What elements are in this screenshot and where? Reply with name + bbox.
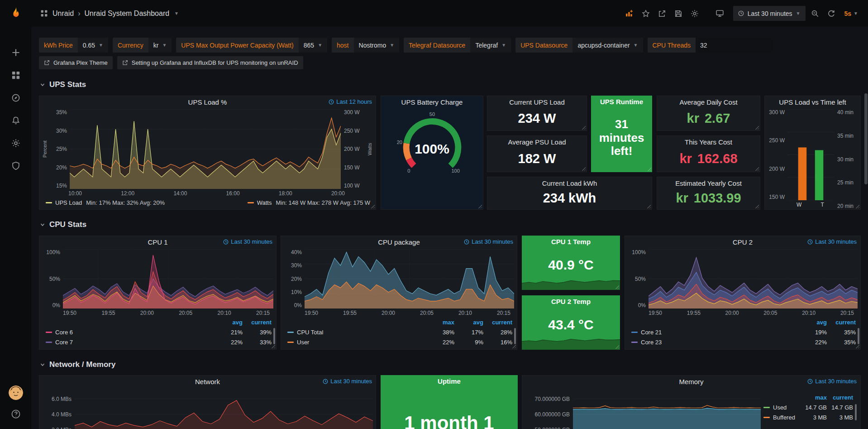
panel-title[interactable]: CPU 1 Temp [522, 236, 620, 247]
variable-value[interactable]: Telegraf▼ [470, 38, 511, 53]
time-series-plot[interactable] [70, 109, 341, 189]
legend-cell: 19% [798, 329, 827, 336]
star-button[interactable] [639, 7, 653, 20]
legend-scrollbar[interactable] [514, 328, 516, 344]
page-scrollbar[interactable] [864, 93, 868, 184]
panel-title[interactable]: UPS Runtime [591, 96, 652, 107]
explore-compass-icon[interactable] [10, 92, 22, 104]
legend-header-row: maxavgcurrent [287, 317, 512, 327]
panel-title[interactable]: Current UPS Load [487, 96, 587, 108]
apps-grid-icon[interactable] [39, 9, 48, 18]
legend-cell: 33% [243, 339, 272, 346]
panel-title[interactable]: Memory Last 30 minutes [522, 376, 860, 387]
legend-series-name[interactable]: Core 6 [46, 329, 214, 336]
dashboard-link[interactable]: Grafana Plex Theme [39, 56, 113, 69]
legend-cell: 35% [827, 329, 856, 336]
panel-title[interactable]: Average Daily Cost [657, 96, 760, 108]
panel-time-range[interactable]: Last 30 minutes [464, 238, 513, 245]
time-series-plot[interactable] [573, 389, 761, 429]
legend-cell[interactable]: max [801, 394, 827, 401]
panel-title[interactable]: UPS Load vs Time left [765, 96, 860, 108]
panel-time-range[interactable]: Last 30 minutes [807, 378, 857, 385]
panel-time-range[interactable]: Last 30 minutes [223, 238, 272, 245]
panel-title[interactable]: CPU 2 Temp [522, 295, 620, 307]
stat-value: 182 W [487, 148, 587, 172]
panel-title[interactable]: Current Load kWh [487, 177, 652, 189]
legend-cell[interactable]: avg [454, 319, 483, 326]
panel-title[interactable]: UPS Battery Charge [381, 96, 483, 108]
bar-plot[interactable] [787, 109, 834, 200]
legend-item[interactable]: UPS LoadMin: 17% Max: 32% Avg: 20% [46, 199, 165, 206]
legend-series-name[interactable]: Buffered [763, 414, 801, 421]
legend-cell[interactable]: current [827, 394, 853, 401]
cycle-view-mode-button[interactable] [713, 7, 727, 20]
grafana-logo[interactable] [0, 0, 31, 27]
panel-uptime: Uptime 1 month 1 [381, 375, 518, 429]
legend-series-name[interactable]: Watts [257, 199, 272, 206]
create-icon[interactable] [10, 47, 22, 58]
breadcrumb-section[interactable]: Unraid [52, 10, 74, 18]
dashboards-icon[interactable] [10, 69, 22, 81]
section-ups-stats[interactable]: UPS Stats [40, 80, 86, 89]
legend-cell[interactable]: current [483, 319, 512, 326]
breadcrumb-dashboard-title[interactable]: Unraid System Dashboard [84, 10, 169, 18]
refresh-button[interactable] [825, 7, 838, 20]
legend-scrollbar[interactable] [273, 328, 275, 344]
legend-scrollbar[interactable] [855, 404, 857, 420]
refresh-interval-picker[interactable]: 5s ▼ [841, 6, 862, 21]
user-avatar[interactable] [9, 386, 23, 400]
variable-value[interactable]: 0.65▼ [78, 38, 108, 53]
zoom-out-button[interactable] [808, 7, 822, 20]
legend-series-name[interactable]: User [287, 339, 425, 346]
dashboard-link[interactable]: Setting up Grafana and InfluxDB for UPS … [117, 56, 303, 69]
panel-title[interactable]: Average PSU Load [487, 136, 587, 148]
variable-value[interactable]: apcupsd-container▼ [572, 38, 643, 53]
legend-scrollbar[interactable] [858, 328, 859, 344]
alerting-bell-icon[interactable] [10, 115, 22, 126]
section-cpu-stats[interactable]: CPU Stats [40, 220, 86, 229]
panel-title[interactable]: CPU 1 Last 30 minutes [39, 236, 276, 248]
legend-series-name[interactable]: CPU Total [287, 329, 425, 336]
legend-cell[interactable]: avg [214, 319, 243, 326]
save-button[interactable] [672, 7, 685, 20]
time-series-plot[interactable] [305, 249, 514, 308]
panel-title[interactable]: This Years Cost [657, 136, 760, 148]
panel-time-range[interactable]: Last 12 hours [329, 98, 372, 105]
time-range-picker[interactable]: Last 30 minutes ▼ [733, 6, 806, 21]
panel-title[interactable]: Uptime [381, 375, 518, 387]
chart-area: 6.0 MBs 4.0 MBs 2.0 MBs [39, 387, 376, 429]
legend-cell[interactable]: current [243, 319, 272, 326]
help-icon[interactable] [10, 408, 22, 420]
server-admin-shield-icon[interactable] [10, 160, 22, 172]
breadcrumb-separator: › [78, 10, 80, 18]
configuration-gear-icon[interactable] [10, 137, 22, 149]
variable-value[interactable]: kr▼ [148, 38, 172, 53]
legend-series-name[interactable]: Core 23 [631, 339, 798, 346]
panel-title[interactable]: UPS Load % Last 12 hours [39, 96, 376, 108]
time-series-plot[interactable] [649, 249, 858, 308]
legend-series-name[interactable]: Used [763, 404, 801, 411]
variable-value[interactable]: Nostromo▼ [354, 38, 400, 53]
cpu-threads-input[interactable]: 32 [696, 38, 773, 53]
legend-cell[interactable]: current [827, 319, 856, 326]
time-series-plot[interactable] [75, 389, 373, 429]
panel-time-range[interactable]: Last 30 minutes [807, 238, 857, 245]
legend-series-name[interactable]: Core 21 [631, 329, 798, 336]
section-network-memory[interactable]: Network / Memory [40, 360, 115, 369]
panel-title[interactable]: CPU 2 Last 30 minutes [625, 236, 860, 248]
time-series-plot[interactable] [63, 249, 273, 308]
add-panel-button[interactable] [623, 7, 636, 20]
dashboard-settings-button[interactable] [688, 7, 701, 20]
share-button[interactable] [655, 7, 669, 20]
legend-series-name[interactable]: UPS Load [55, 199, 82, 206]
panel-title[interactable]: CPU package Last 30 minutes [281, 236, 517, 248]
variable-value[interactable]: 865▼ [299, 38, 327, 53]
panel-title[interactable]: Estimated Yearly Cost [657, 177, 760, 189]
legend-cell[interactable]: max [425, 319, 454, 326]
panel-time-range[interactable]: Last 30 minutes [323, 378, 372, 385]
legend-series-name[interactable]: Core 7 [46, 339, 214, 346]
legend-cell[interactable]: avg [798, 319, 827, 326]
panel-title[interactable]: Network Last 30 minutes [39, 376, 376, 387]
chevron-down-icon[interactable]: ▼ [174, 11, 179, 16]
legend-item[interactable]: WattsMin: 148 W Max: 278 W Avg: 175 W [248, 199, 370, 206]
